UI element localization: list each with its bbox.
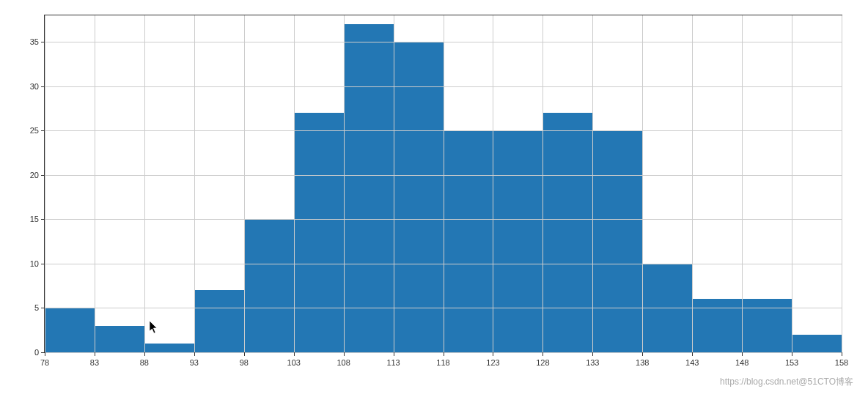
grid-line-vertical bbox=[394, 15, 394, 352]
grid-line-vertical bbox=[542, 15, 543, 352]
y-tick-label: 35 bbox=[30, 37, 45, 46]
x-tick-label: 118 bbox=[436, 352, 449, 367]
histogram-bar bbox=[692, 299, 742, 352]
grid-line-vertical bbox=[144, 15, 145, 352]
histogram-bar bbox=[493, 130, 542, 352]
plot-area: 0510152025303578838893981031081131181231… bbox=[44, 15, 842, 353]
histogram-bar bbox=[792, 335, 842, 352]
grid-line-vertical bbox=[344, 15, 345, 352]
x-tick-label: 93 bbox=[190, 352, 199, 367]
histogram-bar bbox=[95, 326, 144, 352]
x-tick-label: 78 bbox=[40, 352, 49, 367]
chart-container: 0510152025303578838893981031081131181231… bbox=[44, 15, 842, 353]
y-tick-label: 10 bbox=[30, 259, 45, 268]
x-tick-label: 143 bbox=[685, 352, 699, 367]
y-tick-label: 30 bbox=[30, 82, 45, 91]
histogram-bar bbox=[592, 130, 642, 352]
grid-line-vertical bbox=[792, 15, 792, 352]
x-tick-label: 83 bbox=[90, 352, 99, 367]
grid-line-vertical bbox=[493, 15, 493, 352]
histogram-bar bbox=[444, 130, 493, 352]
grid-line-vertical bbox=[692, 15, 693, 352]
grid-line-vertical bbox=[45, 15, 45, 352]
grid-line-vertical bbox=[742, 15, 743, 352]
histogram-bar bbox=[394, 42, 444, 352]
histogram-bar bbox=[194, 290, 244, 352]
y-tick-label: 5 bbox=[34, 303, 45, 312]
histogram-bar bbox=[542, 113, 592, 352]
grid-line-vertical bbox=[95, 15, 95, 352]
y-tick-label: 20 bbox=[30, 171, 45, 179]
x-tick-label: 138 bbox=[636, 352, 649, 367]
x-tick-label: 158 bbox=[835, 352, 848, 367]
grid-line-vertical bbox=[194, 15, 195, 352]
grid-line-vertical bbox=[642, 15, 643, 352]
histogram-bar bbox=[45, 308, 95, 352]
grid-line-vertical bbox=[294, 15, 295, 352]
x-tick-label: 108 bbox=[336, 352, 350, 367]
x-tick-label: 148 bbox=[735, 352, 749, 367]
grid-line-vertical bbox=[592, 15, 593, 352]
histogram-bar bbox=[344, 24, 394, 352]
grid-line-vertical bbox=[842, 15, 842, 352]
x-tick-label: 113 bbox=[386, 352, 400, 367]
histogram-bar bbox=[294, 113, 344, 352]
x-tick-label: 98 bbox=[240, 352, 249, 367]
grid-line-vertical bbox=[244, 15, 245, 352]
histogram-bar bbox=[244, 219, 294, 352]
x-tick-label: 128 bbox=[536, 352, 549, 367]
grid-line-vertical bbox=[444, 15, 444, 352]
x-tick-label: 153 bbox=[785, 352, 798, 367]
y-tick-label: 15 bbox=[30, 215, 45, 223]
histogram-bar bbox=[742, 299, 792, 352]
x-tick-label: 88 bbox=[140, 352, 149, 367]
x-tick-label: 103 bbox=[287, 352, 301, 367]
x-tick-label: 133 bbox=[586, 352, 599, 367]
watermark-text: https://blog.csdn.net@51CTO博客 bbox=[720, 376, 853, 388]
x-tick-label: 123 bbox=[486, 352, 499, 367]
y-tick-label: 25 bbox=[30, 126, 45, 135]
histogram-bar bbox=[144, 344, 194, 352]
